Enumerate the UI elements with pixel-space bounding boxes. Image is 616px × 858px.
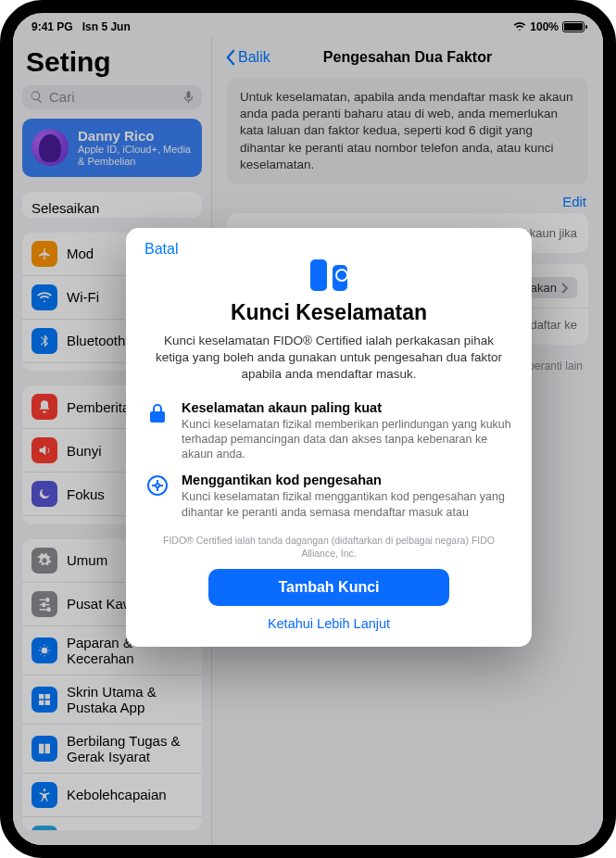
modal-subtitle: Kunci keselamatan FIDO® Certified ialah … (145, 333, 513, 384)
ipad-frame: 9:41 PG Isn 5 Jun 100% Seting Cari Danny… (0, 0, 616, 858)
learn-more-button[interactable]: Ketahui Lebih Lanjut (268, 616, 390, 631)
security-keys-icon (301, 259, 357, 291)
modal-title: Kunci Keselamatan (145, 300, 513, 325)
key-badge-icon (146, 473, 169, 520)
feature-title: Menggantikan kod pengesahan (182, 473, 511, 487)
feature-replace-code: Menggantikan kod pengesahan Kunci kesela… (145, 473, 513, 520)
security-keys-modal: Batal Kunci Keselamatan Kunci keselamata… (126, 228, 532, 647)
cancel-button[interactable]: Batal (145, 241, 178, 258)
svg-point-1 (148, 476, 167, 495)
fido-footnote: FIDO® Certified ialah tanda dagangan (di… (145, 531, 513, 569)
feature-strong-security: Keselamatan akaun paling kuat Kunci kese… (145, 400, 513, 462)
feature-body: Kunci keselamatan fizikal menggantikan k… (182, 489, 511, 520)
feature-body: Kunci keselamatan fizikal memberikan per… (182, 417, 511, 462)
add-key-button[interactable]: Tambah Kunci (208, 569, 449, 606)
feature-title: Keselamatan akaun paling kuat (182, 400, 511, 415)
lock-icon (146, 400, 169, 462)
